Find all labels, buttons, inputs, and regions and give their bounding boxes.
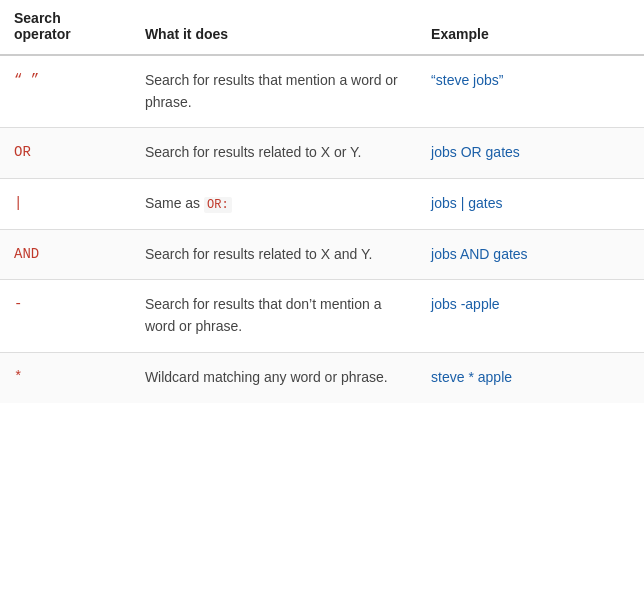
example-and: jobs AND gates [419,229,644,280]
table-row: AND Search for results related to X and … [0,229,644,280]
description-minus: Search for results that don’t mention a … [133,280,419,352]
operator-pipe: | [0,179,133,230]
table-row: * Wildcard matching any word or phrase. … [0,352,644,402]
operator-and: AND [0,229,133,280]
example-quotes: “steve jobs” [419,55,644,128]
example-or: jobs OR gates [419,128,644,179]
example-pipe: jobs | gates [419,179,644,230]
table-row: OR Search for results related to X or Y.… [0,128,644,179]
table-row: - Search for results that don’t mention … [0,280,644,352]
description-quotes: Search for results that mention a word o… [133,55,419,128]
description-wildcard: Wildcard matching any word or phrase. [133,352,419,402]
table-row: | Same as OR: jobs | gates [0,179,644,230]
table-row: “ ” Search for results that mention a wo… [0,55,644,128]
description-or: Search for results related to X or Y. [133,128,419,179]
operator-wildcard: * [0,352,133,402]
header-does: What it does [133,0,419,55]
operator-or: OR [0,128,133,179]
example-wildcard: steve * apple [419,352,644,402]
search-operators-table: Search operator What it does Example “ ”… [0,0,644,403]
example-minus: jobs -apple [419,280,644,352]
header-operator: Search operator [0,0,133,55]
operator-minus: - [0,280,133,352]
description-pipe: Same as OR: [133,179,419,230]
description-and: Search for results related to X and Y. [133,229,419,280]
operator-quotes: “ ” [0,55,133,128]
header-example: Example [419,0,644,55]
